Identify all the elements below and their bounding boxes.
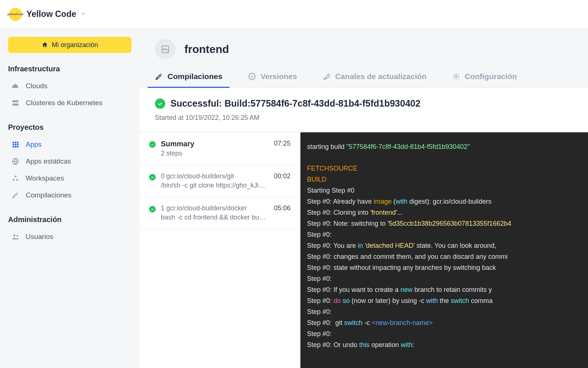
sidebar-item-label: Apps <box>26 140 42 149</box>
sidebar-item-label: Apps estáticas <box>26 157 71 165</box>
sidebar-item-builds[interactable]: Compilaciones <box>8 187 131 204</box>
step-title: 0 gcr.io/cloud-builders/git <box>161 172 269 180</box>
gear-icon <box>452 72 460 81</box>
build-header: Successful: Build:577584f6-7c8f-43dd-81b… <box>140 88 588 132</box>
main-content: frontend Compilaciones Versiones Canales… <box>140 29 588 368</box>
step-1[interactable]: 1 gcr.io/cloud-builders/docker bash -c c… <box>140 197 300 229</box>
svg-point-14 <box>17 179 18 181</box>
svg-rect-5 <box>13 144 14 145</box>
tabs: Compilaciones Versiones Canales de actua… <box>140 72 588 88</box>
build-title: Successful: Build:577584f6-7c8f-43dd-81b… <box>170 98 421 109</box>
rocket-icon <box>323 72 331 81</box>
section-projects-title: Proyectos <box>8 123 131 132</box>
build-log-terminal[interactable]: starting build "577584f6-7c8f-43dd-81b4-… <box>300 132 588 368</box>
svg-rect-0 <box>12 100 19 103</box>
page-title: frontend <box>184 43 229 56</box>
sidebar-item-label: Compilaciones <box>26 191 72 199</box>
tab-config[interactable]: Configuración <box>452 72 517 87</box>
sidebar-item-label: Workspaces <box>26 174 64 182</box>
cloud-icon <box>10 82 21 90</box>
step-time: 00:02 <box>274 172 291 180</box>
apps-grid-icon <box>10 141 21 148</box>
build-steps: Summary 2 steps 07:25 0 gcr.io/cloud-bui… <box>140 132 300 368</box>
sidebar-item-label: Clouds <box>26 82 47 90</box>
svg-rect-7 <box>17 144 18 145</box>
sidebar-item-apps[interactable]: Apps <box>8 136 131 153</box>
svg-point-18 <box>455 75 457 78</box>
check-icon <box>149 174 156 181</box>
check-icon <box>149 206 156 212</box>
svg-rect-10 <box>17 146 18 147</box>
step-subtitle: bash -c cd frontend && docker bu… <box>161 214 269 221</box>
my-organization-button[interactable]: Mi organización <box>8 37 131 53</box>
check-circle-icon <box>155 99 165 109</box>
page-header: frontend <box>140 29 588 60</box>
users-icon <box>10 233 21 241</box>
tools-icon <box>10 192 21 199</box>
svg-point-16 <box>16 235 18 237</box>
tab-versions[interactable]: Versiones <box>248 72 297 87</box>
step-time: 05:06 <box>274 204 291 212</box>
step-subtitle: 2 steps <box>161 150 269 157</box>
sidebar-item-users[interactable]: Usuarios <box>8 228 131 245</box>
svg-rect-9 <box>15 146 16 147</box>
svg-rect-2 <box>13 142 14 143</box>
svg-point-13 <box>13 179 15 181</box>
tab-builds[interactable]: Compilaciones <box>155 72 222 87</box>
sidebar: Mi organización Infraestructura Clouds C… <box>0 29 140 368</box>
svg-rect-6 <box>15 144 16 145</box>
svg-rect-1 <box>12 104 19 106</box>
sidebar-item-static-apps[interactable]: Apps estáticas <box>8 153 131 170</box>
home-icon <box>42 42 48 48</box>
tab-label: Configuración <box>465 72 517 81</box>
tab-label: Versiones <box>260 72 297 81</box>
build-started-at: Started at 10/19/2022, 10:26:25 AM <box>155 114 573 122</box>
org-name[interactable]: Yellow Code <box>26 9 76 19</box>
tab-channels[interactable]: Canales de actualización <box>323 72 427 87</box>
tab-label: Compilaciones <box>167 72 222 81</box>
sidebar-item-label: Usuarios <box>26 233 53 241</box>
tools-icon <box>155 72 163 81</box>
step-time: 07:25 <box>274 140 291 147</box>
step-0[interactable]: 0 gcr.io/cloud-builders/git /bin/sh -c g… <box>140 165 300 197</box>
section-infra-title: Infraestructura <box>8 65 131 73</box>
sidebar-item-workspaces[interactable]: Workspaces <box>8 170 131 187</box>
sidebar-item-clouds[interactable]: Clouds <box>8 78 131 94</box>
my-organization-label: Mi organización <box>52 41 98 49</box>
app-icon <box>155 39 176 60</box>
step-title: Summary <box>161 140 269 148</box>
sidebar-item-kubernetes[interactable]: Clústeres de Kubernetes <box>8 94 131 111</box>
tab-label: Canales de actualización <box>335 72 427 81</box>
chevron-down-icon[interactable] <box>80 11 86 18</box>
app-header: yellowCode Yellow Code <box>0 0 588 29</box>
step-title: 1 gcr.io/cloud-builders/docker <box>161 204 269 212</box>
svg-point-15 <box>14 235 16 237</box>
svg-rect-4 <box>17 142 18 143</box>
workspaces-icon <box>10 175 21 182</box>
section-admin-title: Administración <box>8 215 131 224</box>
svg-rect-8 <box>13 146 14 147</box>
org-logo: yellowCode <box>9 8 22 21</box>
step-subtitle: /bin/sh -c git clone https://gho_kJi… <box>161 182 269 189</box>
verified-icon <box>248 72 256 81</box>
check-icon <box>149 141 156 148</box>
globe-icon <box>10 157 21 165</box>
sidebar-item-label: Clústeres de Kubernetes <box>26 99 102 107</box>
svg-point-12 <box>15 176 17 178</box>
step-summary[interactable]: Summary 2 steps 07:25 <box>140 132 300 165</box>
server-icon <box>10 99 21 107</box>
svg-rect-3 <box>15 142 16 143</box>
